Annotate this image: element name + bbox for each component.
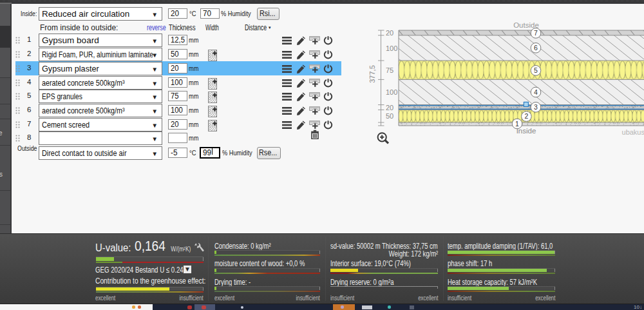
svg-text:Outside: Outside (513, 21, 539, 29)
svg-text:6: 6 (534, 44, 538, 52)
svg-text:3: 3 (534, 103, 538, 111)
svg-text:75: 75 (386, 66, 393, 74)
svg-text:377,5: 377,5 (368, 65, 376, 83)
svg-text:20: 20 (386, 104, 393, 111)
svg-text:2: 2 (524, 112, 528, 120)
svg-text:4: 4 (534, 88, 538, 96)
svg-text:1: 1 (515, 120, 519, 128)
svg-text:ubakus: ubakus (622, 128, 644, 136)
svg-text:7: 7 (534, 29, 538, 37)
svg-text:20: 20 (386, 29, 393, 37)
svg-text:Inside: Inside (516, 127, 536, 135)
svg-text:100: 100 (386, 88, 397, 96)
svg-text:5: 5 (534, 66, 538, 74)
svg-text:100: 100 (386, 44, 397, 52)
svg-text:50: 50 (386, 112, 393, 120)
